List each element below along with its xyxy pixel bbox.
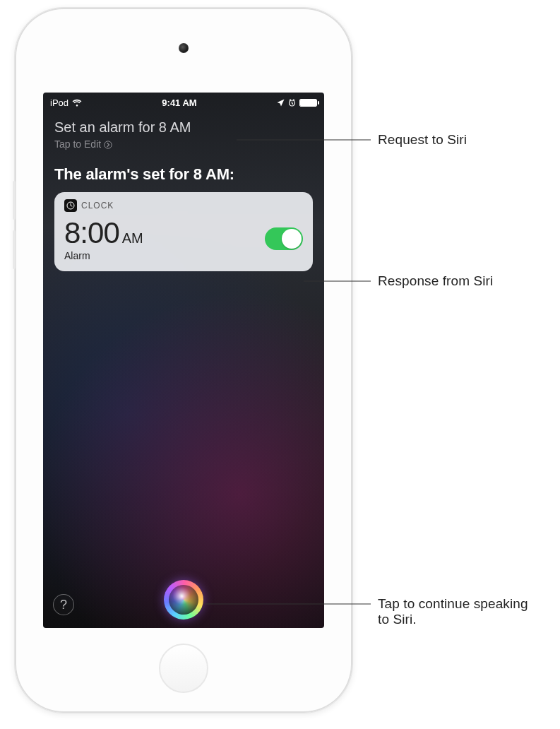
alarm-label: Alarm	[64, 250, 143, 261]
carrier-label: iPod	[50, 97, 68, 108]
location-icon	[277, 99, 285, 107]
status-time: 9:41 AM	[162, 97, 196, 108]
alarm-time-value: 8:00	[64, 216, 119, 250]
siri-help-button[interactable]: ?	[53, 594, 74, 615]
siri-orb-button[interactable]	[164, 580, 203, 620]
siri-user-request[interactable]: Set an alarm for 8 AM	[54, 119, 313, 136]
svg-point-1	[105, 141, 112, 148]
volume-up-button	[13, 181, 16, 220]
question-mark-icon: ?	[60, 598, 67, 612]
volume-down-button	[13, 230, 16, 269]
callout-response: Response from Siri	[378, 273, 493, 289]
wifi-icon	[72, 99, 82, 107]
siri-response-text: The alarm's set for 8 AM:	[54, 165, 313, 184]
home-button[interactable]	[159, 644, 208, 693]
tap-to-edit-label: Tap to Edit	[54, 138, 101, 150]
tap-to-edit-button[interactable]: Tap to Edit	[54, 138, 313, 150]
siri-screen: iPod 9:41 AM Set an alarm for 8 AM Tap t…	[43, 93, 324, 628]
callout-orb: Tap to continue speaking to Siri.	[378, 596, 540, 627]
status-bar: iPod 9:41 AM	[43, 93, 324, 109]
alarm-status-icon	[288, 99, 296, 107]
battery-icon	[299, 99, 317, 107]
clock-alarm-card[interactable]: CLOCK 8:00 AM Alarm	[54, 192, 313, 271]
front-camera	[179, 43, 189, 53]
ipod-device: iPod 9:41 AM Set an alarm for 8 AM Tap t…	[14, 7, 353, 713]
clock-app-name: CLOCK	[81, 201, 114, 211]
alarm-time-ampm: AM	[122, 230, 143, 247]
callout-request: Request to Siri	[378, 132, 467, 148]
clock-app-icon	[64, 199, 77, 212]
toggle-knob	[282, 229, 302, 249]
alarm-toggle[interactable]	[265, 227, 303, 250]
chevron-right-icon	[104, 140, 112, 148]
